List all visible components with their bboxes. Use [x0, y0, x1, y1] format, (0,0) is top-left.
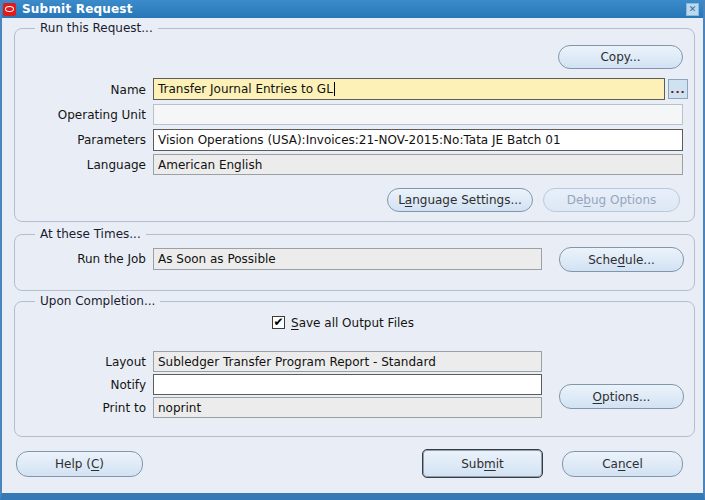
copy-button[interactable]: Copy...	[558, 45, 683, 69]
language-settings-button[interactable]: Language Settings...	[387, 188, 533, 212]
layout-label: Layout	[12, 355, 146, 369]
debug-options-button: Debug Options	[543, 188, 680, 212]
run-the-job-label: Run the Job	[12, 252, 146, 266]
run-the-job-value: As Soon as Possible	[158, 252, 276, 266]
notify-label: Notify	[12, 378, 146, 392]
parameters-input[interactable]: Vision Operations (USA):Invoices:21-NOV-…	[153, 129, 683, 151]
print-to-input[interactable]: noprint	[153, 397, 542, 418]
name-value: Transfer Journal Entries to GL	[158, 82, 333, 96]
title-bar: Submit Request	[0, 0, 705, 18]
language-value: American English	[158, 158, 262, 172]
text-caret	[334, 82, 335, 96]
schedule-button[interactable]: Schedule...	[559, 247, 684, 272]
operating-unit-label: Operating Unit	[12, 108, 146, 122]
save-output-checkbox[interactable]	[272, 316, 285, 329]
parameters-label: Parameters	[12, 133, 146, 147]
cancel-button[interactable]: Cancel	[562, 451, 683, 477]
notify-input[interactable]	[153, 374, 542, 395]
layout-value: Subledger Transfer Program Report - Stan…	[158, 355, 436, 369]
parameters-value: Vision Operations (USA):Invoices:21-NOV-…	[158, 133, 561, 147]
at-these-times-legend: At these Times...	[35, 227, 146, 241]
help-button[interactable]: Help (C)	[16, 451, 143, 477]
operating-unit-input[interactable]	[153, 104, 683, 125]
save-output-label[interactable]: Save all Output Files	[291, 316, 414, 330]
submit-button[interactable]: Submit	[422, 449, 543, 478]
name-lov-button[interactable]: ...	[668, 79, 688, 99]
language-input[interactable]: American English	[153, 154, 683, 175]
oracle-logo-icon	[3, 3, 16, 16]
layout-input[interactable]: Subledger Transfer Program Report - Stan…	[153, 351, 542, 372]
options-button[interactable]: Options...	[559, 384, 684, 409]
print-to-value: noprint	[158, 401, 201, 415]
name-label: Name	[12, 83, 146, 97]
name-input[interactable]: Transfer Journal Entries to GL	[153, 78, 665, 100]
upon-completion-legend: Upon Completion...	[35, 294, 160, 308]
close-icon[interactable]: ✕	[686, 3, 699, 16]
run-the-job-input[interactable]: As Soon as Possible	[153, 248, 542, 270]
language-label: Language	[12, 158, 146, 172]
window-title: Submit Request	[22, 2, 133, 16]
submit-request-window: Submit Request ✕ Run this Request... Cop…	[0, 0, 705, 500]
print-to-label: Print to	[12, 401, 146, 415]
run-this-request-legend: Run this Request...	[35, 21, 158, 35]
